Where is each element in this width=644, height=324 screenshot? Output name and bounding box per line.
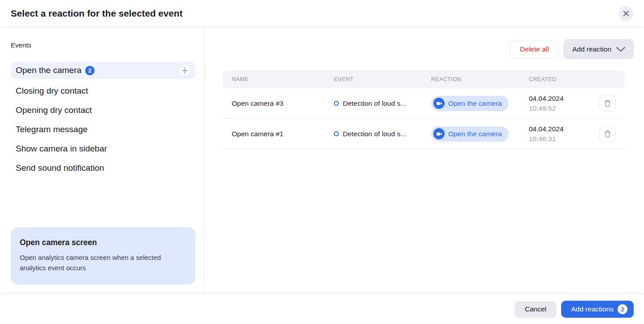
event-text: Detection of loud s...	[343, 99, 406, 108]
delete-row-button[interactable]	[599, 125, 616, 142]
reaction-chip[interactable]: Open the camera	[431, 126, 509, 142]
row-actions	[599, 95, 625, 112]
sidebar-item-open-the-camera[interactable]: Open the camera 2	[11, 62, 195, 79]
add-reaction-label: Add reaction	[572, 45, 611, 53]
add-reaction-button[interactable]: Add reaction	[563, 39, 634, 59]
reaction-chip-label: Open the camera	[448, 130, 502, 138]
chevron-down-icon	[616, 47, 626, 52]
event-label: Opening dry contact	[16, 105, 92, 115]
camera-icon	[433, 128, 445, 139]
reaction-dialog: Select a reaction for the selected event…	[0, 0, 644, 324]
events-heading: Events	[11, 41, 195, 49]
reaction-created: 04.04.2024 10:46:31	[529, 124, 599, 144]
dialog-body: Events Open the camera 2 Closing dry con…	[0, 27, 644, 294]
reaction-name: Open camera #1	[223, 130, 334, 138]
reactions-panel: Delete all Add reaction NAME EVENT REACT…	[205, 27, 644, 294]
dialog-header: Select a reaction for the selected event	[0, 0, 644, 27]
event-list: Open the camera 2 Closing dry contact Op…	[11, 62, 195, 177]
close-button[interactable]	[618, 6, 633, 21]
created-date: 04.04.2024	[529, 93, 599, 104]
created-time: 10:49:52	[529, 104, 599, 113]
column-header-created: CREATED	[529, 76, 599, 82]
created-time: 10:46:31	[529, 134, 599, 144]
delete-row-button[interactable]	[599, 95, 616, 112]
event-label: Open the camera	[16, 65, 82, 75]
cancel-button[interactable]: Cancel	[514, 301, 557, 318]
event-ring-icon	[334, 101, 339, 106]
info-card-description: Open analytics camera screen when a sele…	[20, 252, 185, 273]
reaction-chip-label: Open the camera	[448, 99, 502, 108]
column-header-event: EVENT	[334, 76, 431, 82]
reactions-toolbar: Delete all Add reaction	[205, 39, 644, 59]
sidebar-item-show-camera-in-sidebar[interactable]: Show camera in sidebar	[11, 139, 195, 158]
dialog-title: Select a reaction for the selected event	[11, 8, 182, 19]
event-label: Send sound notification	[16, 163, 104, 173]
count-badge: 2	[618, 304, 627, 314]
event-info-card: Open camera screen Open analytics camera…	[11, 227, 195, 285]
reaction-cell: Open the camera	[431, 126, 529, 142]
events-sidebar: Events Open the camera 2 Closing dry con…	[0, 27, 205, 294]
row-actions	[599, 125, 625, 142]
event-label: Closing dry contact	[16, 86, 88, 96]
camera-icon	[433, 98, 445, 109]
reaction-event: Detection of loud s...	[334, 130, 431, 138]
reaction-name: Open camera #3	[223, 99, 334, 108]
info-card-title: Open camera screen	[20, 238, 185, 247]
table-header-row: NAME EVENT REACTION CREATED	[223, 70, 625, 88]
event-ring-icon	[334, 131, 339, 136]
sidebar-item-telegram-message[interactable]: Telegram message	[11, 120, 195, 139]
sidebar-item-opening-dry-contact[interactable]: Opening dry contact	[11, 100, 195, 120]
sidebar-item-closing-dry-contact[interactable]: Closing dry contact	[11, 81, 195, 100]
plus-icon	[182, 67, 188, 74]
add-reactions-button[interactable]: Add reactions 2	[561, 301, 634, 318]
dialog-footer: Cancel Add reactions 2	[0, 294, 644, 324]
reaction-cell: Open the camera	[431, 96, 529, 111]
created-date: 04.04.2024	[529, 124, 599, 134]
table-row: Open camera #3 Detection of loud s...	[223, 88, 625, 119]
add-event-button[interactable]	[178, 64, 191, 77]
reaction-event: Detection of loud s...	[334, 99, 431, 108]
delete-all-button[interactable]: Delete all	[510, 40, 559, 58]
table-row: Open camera #1 Detection of loud s...	[223, 119, 625, 149]
add-reactions-label: Add reactions	[571, 305, 614, 313]
column-header-name: NAME	[223, 76, 334, 82]
trash-icon	[604, 99, 611, 108]
event-label: Telegram message	[16, 125, 88, 134]
event-label: Show camera in sidebar	[16, 144, 107, 154]
column-header-reaction: REACTION	[431, 76, 529, 82]
reaction-created: 04.04.2024 10:49:52	[529, 93, 599, 113]
sidebar-item-send-sound-notification[interactable]: Send sound notification	[11, 158, 195, 177]
count-badge: 2	[85, 66, 95, 75]
trash-icon	[604, 130, 611, 138]
event-text: Detection of loud s...	[343, 130, 406, 138]
reaction-chip[interactable]: Open the camera	[431, 96, 509, 111]
x-icon	[622, 10, 630, 17]
reactions-table: NAME EVENT REACTION CREATED Open camera …	[223, 70, 625, 149]
